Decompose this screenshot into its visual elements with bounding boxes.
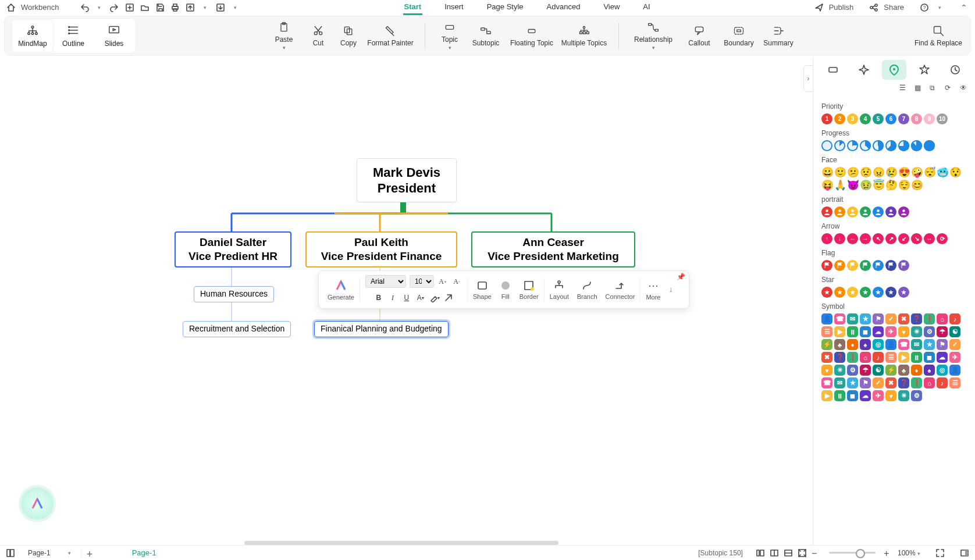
symbol-41[interactable]: ⏹ (924, 352, 935, 363)
face-9[interactable]: 🥶 (937, 167, 948, 178)
fill-button[interactable]: Fill (496, 280, 515, 300)
portrait-3[interactable] (860, 206, 871, 217)
node-hr[interactable]: Daniel Salter Vice Predient HR (175, 231, 291, 267)
print-icon[interactable] (170, 2, 180, 13)
sp-tool-grid-icon[interactable]: ▦ (914, 84, 924, 93)
flag-4[interactable] (873, 260, 884, 271)
symbol-3[interactable]: ★ (860, 313, 871, 324)
symbol-49[interactable]: ⚡ (885, 365, 896, 376)
symbol-5[interactable]: ✓ (885, 313, 896, 324)
symbol-24[interactable]: ♦ (847, 339, 858, 350)
menu-tab-insert[interactable]: Insert (443, 0, 465, 15)
view-slides-button[interactable]: Slides (94, 20, 134, 52)
more-button[interactable]: ⋯More (642, 279, 664, 301)
node-root[interactable]: Mark Devis President (357, 158, 457, 202)
symbol-14[interactable]: ⏹ (860, 326, 871, 337)
menu-tab-start[interactable]: Start (403, 0, 423, 15)
flag-1[interactable] (834, 260, 845, 271)
face-12[interactable]: 🙏 (834, 180, 845, 191)
face-6[interactable]: 😍 (898, 167, 909, 178)
share-label[interactable]: Share (884, 3, 904, 12)
progress-3[interactable] (860, 140, 871, 151)
symbol-71[interactable]: ♥ (885, 390, 896, 401)
menu-tab-advanced[interactable]: Advanced (546, 0, 582, 15)
zoom-slider[interactable] (829, 552, 876, 554)
symbol-40[interactable]: ⏸ (911, 352, 922, 363)
symbol-61[interactable]: ❓ (898, 377, 909, 388)
find-replace-button[interactable]: Find & Replace (912, 20, 965, 52)
arrow-2[interactable]: ← (847, 233, 858, 244)
portrait-5[interactable] (885, 206, 896, 217)
symbol-2[interactable]: ✉ (847, 313, 858, 324)
arrow-6[interactable]: ↙ (898, 233, 909, 244)
increase-font-icon[interactable]: A+ (437, 276, 448, 287)
symbol-67[interactable]: ⏸ (834, 390, 845, 401)
shape-button[interactable]: Shape (469, 280, 496, 300)
progress-6[interactable] (898, 140, 909, 151)
sp-tab-ai-icon[interactable] (852, 60, 876, 80)
priority-3[interactable]: 3 (847, 113, 858, 124)
border-button[interactable]: Border (515, 280, 543, 300)
face-11[interactable]: 😝 (821, 180, 832, 191)
face-10[interactable]: 😯 (949, 167, 960, 178)
priority-1[interactable]: 1 (821, 113, 832, 124)
priority-5[interactable]: 5 (873, 113, 884, 124)
page-select[interactable]: Page-1▾ (28, 549, 82, 557)
home-icon[interactable] (6, 2, 16, 13)
arrow-8[interactable]: ↔ (924, 233, 935, 244)
fullscreen-icon[interactable] (935, 548, 945, 558)
subtopic-button[interactable]: Subtopic (466, 20, 506, 52)
priority-7[interactable]: 7 (898, 113, 909, 124)
symbol-44[interactable]: ♥ (821, 365, 832, 376)
fontsize-select[interactable]: 10 (410, 275, 434, 288)
symbol-22[interactable]: ⚡ (821, 339, 832, 350)
face-17[interactable]: 😌 (898, 180, 909, 191)
help-icon[interactable]: ? (919, 2, 930, 13)
topic-button[interactable]: Topic▾ (433, 20, 466, 52)
face-0[interactable]: 😀 (821, 167, 832, 178)
symbol-10[interactable]: ♪ (949, 313, 960, 324)
star-2[interactable]: ★ (847, 287, 858, 298)
priority-9[interactable]: 9 (924, 113, 935, 124)
view-outline-button[interactable]: Outline (53, 20, 94, 52)
star-6[interactable]: ★ (898, 287, 909, 298)
arrow-9[interactable]: ⟳ (937, 233, 948, 244)
symbol-21[interactable]: ☯ (949, 326, 960, 337)
symbol-65[interactable]: ☰ (949, 377, 960, 388)
symbol-32[interactable]: ✓ (949, 339, 960, 350)
paste-button[interactable]: Paste▾ (264, 20, 304, 52)
symbol-69[interactable]: ☁ (860, 390, 871, 401)
symbol-38[interactable]: ☰ (885, 352, 896, 363)
symbol-4[interactable]: ⚑ (873, 313, 884, 324)
symbol-26[interactable]: ◎ (873, 339, 884, 350)
generate-button[interactable]: Generate (323, 279, 358, 301)
canvas-scrollbar[interactable] (244, 541, 558, 545)
portrait-6[interactable] (898, 206, 909, 217)
format-painter-button[interactable]: Format Painter (364, 20, 417, 52)
symbol-25[interactable]: ♠ (860, 339, 871, 350)
symbol-72[interactable]: ☀ (898, 390, 909, 401)
symbol-20[interactable]: ☂ (937, 326, 948, 337)
symbol-34[interactable]: ❓ (834, 352, 845, 363)
redo-icon[interactable] (109, 2, 120, 13)
symbol-36[interactable]: ⌂ (860, 352, 871, 363)
symbol-56[interactable]: ✉ (834, 377, 845, 388)
star-0[interactable]: ★ (821, 287, 832, 298)
font-select[interactable]: Arial (365, 275, 406, 288)
node-finance[interactable]: Paul Keith Vice President Finance (305, 231, 457, 267)
copy-button[interactable]: Copy (333, 20, 364, 52)
menu-tab-ai[interactable]: AI (642, 0, 651, 15)
symbol-60[interactable]: ✖ (885, 377, 896, 388)
save-icon[interactable] (155, 2, 165, 13)
face-7[interactable]: 🤪 (911, 167, 922, 178)
face-14[interactable]: 🤢 (860, 180, 871, 191)
connector-button[interactable]: Connector (602, 280, 639, 300)
floating-topic-button[interactable]: Floating Topic (506, 20, 558, 52)
symbol-30[interactable]: ★ (924, 339, 935, 350)
portrait-4[interactable] (873, 206, 884, 217)
symbol-63[interactable]: ⌂ (924, 377, 935, 388)
symbol-46[interactable]: ⚙ (847, 365, 858, 376)
arrow-3[interactable]: → (860, 233, 871, 244)
open-icon[interactable] (140, 2, 150, 13)
menu-tab-view[interactable]: View (602, 0, 621, 15)
